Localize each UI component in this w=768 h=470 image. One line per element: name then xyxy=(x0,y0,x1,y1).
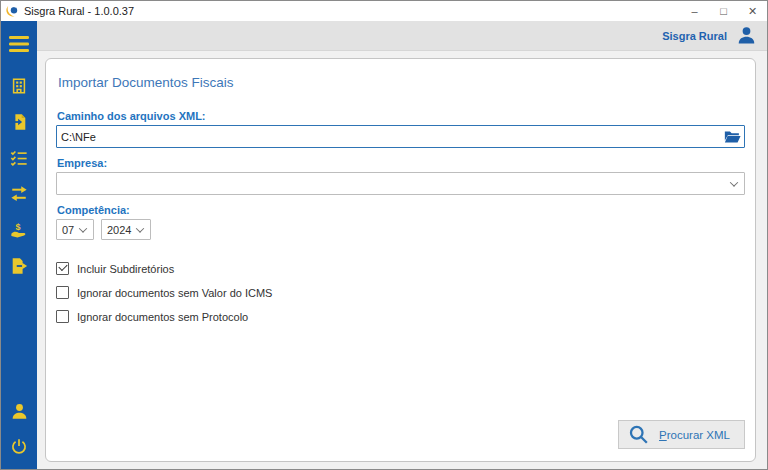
ignorar-sem-icms-checkbox[interactable] xyxy=(56,286,69,299)
window-controls: – □ ✕ xyxy=(680,1,767,21)
import-form-card: Importar Documentos Fiscais Caminho dos … xyxy=(45,58,756,462)
checklist-icon xyxy=(10,149,28,167)
sidebar-item-menu[interactable] xyxy=(5,30,33,58)
checkbox-row-ignorar-icms: Ignorar documentos sem Valor do ICMS xyxy=(56,286,745,299)
empresa-label: Empresa: xyxy=(57,157,745,169)
competencia-label: Competência: xyxy=(57,204,745,216)
user-menu[interactable]: Sisgra Rural xyxy=(662,25,757,46)
sidebar-item-user[interactable] xyxy=(5,397,33,425)
chevron-down-icon xyxy=(730,178,738,186)
procurar-xml-button[interactable]: Procurar XML xyxy=(618,420,745,449)
building-icon xyxy=(10,77,28,95)
sidebar-nav: $ xyxy=(1,21,37,470)
competencia-field-group: Competência: 07 2024 xyxy=(56,204,745,240)
user-name-label: Sisgra Rural xyxy=(662,30,727,42)
maximize-button[interactable]: □ xyxy=(709,1,738,21)
money-hand-icon: $ xyxy=(10,221,28,239)
sidebar-item-company[interactable] xyxy=(5,72,33,100)
checkbox-label: Ignorar documentos sem Valor do ICMS xyxy=(77,287,272,299)
checkbox-row-ignorar-protocolo: Ignorar documentos sem Protocolo xyxy=(56,310,745,323)
app-logo-icon xyxy=(6,5,19,18)
content-area: Importar Documentos Fiscais Caminho dos … xyxy=(37,51,767,470)
xml-path-label: Caminho dos arquivos XML: xyxy=(57,110,745,122)
export-document-icon xyxy=(10,257,28,275)
xml-path-input[interactable] xyxy=(56,125,745,148)
sidebar-item-export[interactable] xyxy=(5,252,33,280)
minimize-button[interactable]: – xyxy=(680,1,709,21)
sidebar-item-logout[interactable] xyxy=(5,433,33,461)
competencia-year-select[interactable]: 2024 xyxy=(101,219,151,240)
open-folder-icon xyxy=(724,130,741,144)
close-button[interactable]: ✕ xyxy=(738,1,767,21)
sidebar-item-payments[interactable]: $ xyxy=(5,216,33,244)
checkbox-label: Ignorar documentos sem Protocolo xyxy=(77,311,248,323)
search-icon xyxy=(628,424,649,445)
page-title: Importar Documentos Fiscais xyxy=(58,75,745,90)
competencia-month-select[interactable]: 07 xyxy=(56,219,94,240)
empresa-select[interactable] xyxy=(56,172,745,195)
import-document-icon xyxy=(10,113,28,131)
svg-text:$: $ xyxy=(16,222,21,232)
sidebar-item-transfer[interactable] xyxy=(5,180,33,208)
window-title: Sisgra Rural - 1.0.0.37 xyxy=(24,5,134,17)
browse-folder-button[interactable] xyxy=(723,129,741,144)
procurar-xml-label: Procurar XML xyxy=(659,429,730,441)
avatar xyxy=(736,25,757,46)
user-icon xyxy=(10,402,29,421)
ignorar-sem-protocolo-checkbox[interactable] xyxy=(56,310,69,323)
transfer-arrows-icon xyxy=(10,185,28,203)
sidebar-item-tasks[interactable] xyxy=(5,144,33,172)
chevron-down-icon xyxy=(136,224,144,232)
power-icon xyxy=(10,438,28,456)
competencia-year-value: 2024 xyxy=(107,224,131,236)
checkbox-label: Incluir Subdiretórios xyxy=(77,263,174,275)
app-window: Sisgra Rural - 1.0.0.37 – □ ✕ xyxy=(0,0,768,470)
chevron-down-icon xyxy=(79,224,87,232)
xml-path-field-group: Caminho dos arquivos XML: xyxy=(56,110,745,148)
competencia-month-value: 07 xyxy=(62,224,74,236)
checkbox-row-incluir-subdiretorios: Incluir Subdiretórios xyxy=(56,262,745,275)
options-section: Incluir Subdiretórios Ignorar documentos… xyxy=(56,262,745,334)
sidebar-item-import[interactable] xyxy=(5,108,33,136)
empresa-field-group: Empresa: xyxy=(56,157,745,195)
title-bar: Sisgra Rural - 1.0.0.37 – □ ✕ xyxy=(1,1,767,21)
incluir-subdiretorios-checkbox[interactable] xyxy=(56,262,69,275)
top-bar: Sisgra Rural xyxy=(37,21,767,51)
hamburger-menu-icon xyxy=(9,36,29,52)
